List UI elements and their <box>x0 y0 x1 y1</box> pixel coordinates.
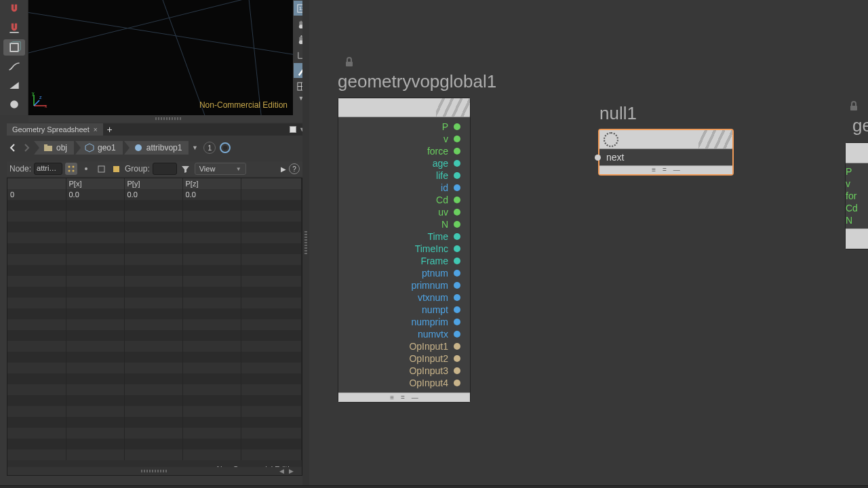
output-port[interactable]: Cd <box>436 195 460 205</box>
vertical-splitter[interactable] <box>302 0 309 485</box>
input-port-icon[interactable] <box>595 155 601 161</box>
output-port[interactable]: uv <box>438 207 460 218</box>
filter-button[interactable] <box>180 163 192 175</box>
column-header[interactable]: P[y] <box>124 178 182 189</box>
port-dot-icon[interactable] <box>454 380 460 386</box>
port-dot-icon[interactable] <box>454 270 460 277</box>
spreadsheet-scrollbar[interactable]: ◀▶ <box>7 467 302 475</box>
breadcrumb-attribvop1[interactable]: attribvop1 <box>124 141 189 155</box>
output-port[interactable]: OpInput3 <box>409 365 460 376</box>
help-button[interactable]: ? <box>289 163 300 174</box>
input-port[interactable]: N <box>855 215 867 226</box>
output-port[interactable]: Frame <box>421 256 460 266</box>
output-port[interactable]: primnum <box>412 280 460 291</box>
node-header[interactable] <box>599 130 732 149</box>
port-dot-icon[interactable] <box>454 197 460 203</box>
port-dot-icon[interactable] <box>454 282 460 289</box>
geometry-spreadsheet[interactable]: P[x]P[y]P[z] 00.00.00.0 Non-Commercial E… <box>7 178 302 476</box>
input-port[interactable]: P <box>855 166 867 177</box>
link-ring-icon[interactable] <box>220 142 231 153</box>
panel-maximize-icon[interactable] <box>290 126 296 133</box>
column-header[interactable] <box>7 178 66 189</box>
input-port[interactable]: for <box>855 190 867 201</box>
prims-toggle[interactable] <box>95 163 107 175</box>
null-node[interactable]: next ≡=— <box>598 129 734 176</box>
bottom-timeline-bar[interactable] <box>0 485 868 488</box>
port-dot-icon[interactable] <box>454 343 460 350</box>
port-dot-icon[interactable] <box>454 221 460 228</box>
input-index-pill[interactable]: 1 <box>203 142 216 154</box>
vop-global-node[interactable]: PvforceagelifeidCduvNTimeTimeIncFrameptn… <box>338 98 471 403</box>
node-footer[interactable] <box>846 228 868 249</box>
output-port[interactable]: P <box>442 121 460 132</box>
port-dot-icon[interactable] <box>454 233 460 240</box>
port-dot-icon[interactable] <box>454 123 460 130</box>
magnet-tool-button[interactable] <box>3 1 25 18</box>
output-port[interactable]: numprim <box>412 317 460 327</box>
column-header[interactable]: P[x] <box>66 178 124 189</box>
port-dot-icon[interactable] <box>454 355 460 362</box>
port-dot-icon[interactable] <box>454 184 460 191</box>
points-toggle[interactable] <box>65 163 77 175</box>
output-port[interactable]: force <box>427 146 460 157</box>
vop-output-node[interactable]: PvforCdN <box>845 142 868 249</box>
output-port[interactable]: id <box>441 182 460 193</box>
node-header[interactable] <box>846 143 868 163</box>
breadcrumb-obj[interactable]: obj <box>34 141 74 155</box>
port-dot-icon[interactable] <box>454 331 460 338</box>
node-footer[interactable]: ≡=— <box>599 165 732 174</box>
detail-toggle[interactable] <box>110 163 122 175</box>
play-button[interactable]: ▶ <box>281 165 286 173</box>
node-header[interactable] <box>338 98 470 117</box>
horizontal-splitter[interactable] <box>28 115 309 122</box>
output-port[interactable]: Time <box>427 231 460 242</box>
breadcrumb-geo1[interactable]: geo1 <box>75 141 123 155</box>
output-port[interactable]: OpInput1 <box>409 341 460 352</box>
node-field[interactable]: attri… <box>34 163 62 175</box>
3d-viewport[interactable]: yxz Non-Commercial Edition <box>28 0 293 115</box>
port-dot-icon[interactable] <box>454 367 460 374</box>
output-port[interactable]: N <box>441 219 460 230</box>
output-port[interactable]: age <box>433 158 460 169</box>
output-port[interactable]: numvtx <box>418 329 460 340</box>
port-dot-icon[interactable] <box>454 294 460 301</box>
vertices-toggle[interactable] <box>80 163 92 175</box>
port-dot-icon[interactable] <box>454 319 460 325</box>
curve-tool-button[interactable] <box>3 58 25 75</box>
port-dot-icon[interactable] <box>454 245 460 252</box>
output-port[interactable]: numpt <box>422 304 460 315</box>
output-port[interactable]: OpInput2 <box>409 353 460 364</box>
view-dropdown[interactable]: View▼ <box>195 163 246 175</box>
table-row[interactable]: 00.00.00.0 <box>7 189 302 200</box>
port-dot-icon[interactable] <box>454 160 460 167</box>
port-dot-icon[interactable] <box>454 209 460 216</box>
port-dot-icon[interactable] <box>454 306 460 313</box>
box-tool-button[interactable] <box>3 39 25 56</box>
port-dot-icon[interactable] <box>454 172 460 179</box>
tab-close-icon[interactable]: × <box>94 126 98 134</box>
column-header[interactable]: P[z] <box>182 178 241 189</box>
group-field[interactable] <box>153 163 177 175</box>
output-port[interactable]: ptnum <box>422 268 460 279</box>
output-port[interactable]: OpInput4 <box>409 378 460 388</box>
network-view[interactable]: geometryvopglobal1 PvforceagelifeidCduvN… <box>309 0 868 485</box>
column-header[interactable] <box>241 178 302 189</box>
output-port[interactable]: TimeInc <box>415 243 460 254</box>
input-port[interactable]: v <box>855 178 867 189</box>
wedge-tool-button[interactable] <box>3 77 25 94</box>
nav-forward-button[interactable] <box>20 142 33 154</box>
port-dot-icon[interactable] <box>454 136 460 142</box>
tab-geometry-spreadsheet[interactable]: Geometry Spreadsheet × <box>7 123 104 136</box>
node-input[interactable]: next <box>599 149 732 165</box>
tab-add-button[interactable]: + <box>104 123 116 136</box>
magnet-bars-tool-button[interactable] <box>3 20 25 37</box>
output-port[interactable]: vtxnum <box>418 292 460 303</box>
output-port[interactable]: v <box>443 134 460 144</box>
node-footer[interactable]: ≡=— <box>338 392 470 402</box>
sphere-tool-button[interactable] <box>3 96 25 113</box>
port-dot-icon[interactable] <box>454 258 460 264</box>
breadcrumb-dropdown-button[interactable]: ▼ <box>190 144 199 151</box>
output-port[interactable]: life <box>436 170 460 181</box>
nav-back-button[interactable] <box>7 142 19 154</box>
port-dot-icon[interactable] <box>454 148 460 155</box>
